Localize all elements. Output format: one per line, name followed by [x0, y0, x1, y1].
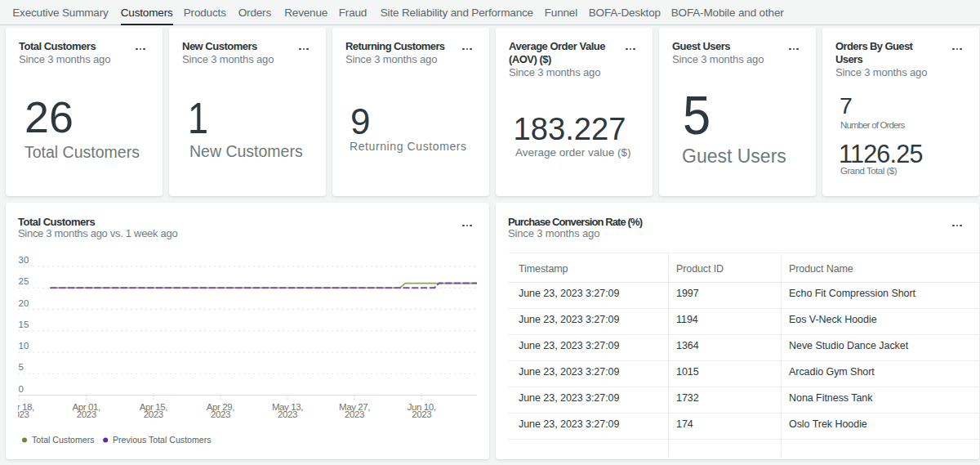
- svg-text:20: 20: [19, 298, 29, 308]
- svg-text:2023: 2023: [278, 409, 297, 419]
- svg-text:2023: 2023: [144, 409, 163, 419]
- svg-text:0: 0: [19, 384, 24, 394]
- svg-text:10: 10: [19, 341, 29, 351]
- svg-text:Previous Total Customers: Previous Total Customers: [113, 435, 212, 445]
- svg-text:2023: 2023: [345, 409, 364, 419]
- svg-text:30: 30: [19, 255, 29, 265]
- svg-text:5: 5: [19, 362, 24, 372]
- svg-text:2023: 2023: [10, 409, 29, 419]
- svg-text:25: 25: [19, 276, 29, 286]
- svg-text:2023: 2023: [211, 409, 230, 419]
- svg-text:15: 15: [19, 320, 29, 329]
- svg-text:Total Customers: Total Customers: [32, 435, 95, 445]
- svg-text:2023: 2023: [412, 409, 431, 419]
- svg-text:2023: 2023: [77, 409, 96, 419]
